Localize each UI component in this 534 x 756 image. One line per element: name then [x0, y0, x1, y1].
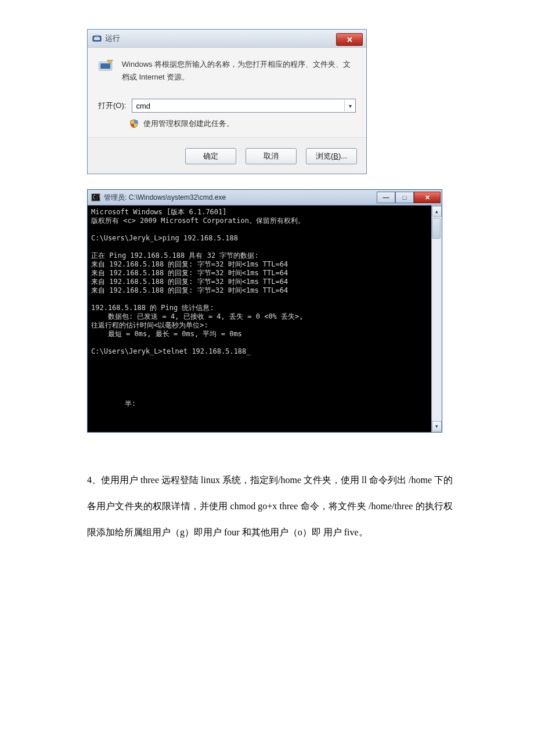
maximize-button[interactable]: □ — [395, 192, 414, 203]
svg-rect-4 — [100, 63, 110, 69]
chevron-down-icon: ▾ — [435, 423, 438, 429]
para-line-1: 4、使用用户 three 远程登陆 linux 系统，指定到/home 文件夹，… — [87, 475, 406, 485]
ok-button[interactable]: 确定 — [185, 148, 236, 164]
run-program-icon — [98, 59, 114, 75]
run-open-combobox[interactable]: ▾ — [132, 99, 356, 113]
scroll-thumb[interactable] — [432, 218, 441, 239]
run-close-button[interactable]: ✕ — [336, 33, 363, 46]
cancel-button-label: 取消 — [264, 151, 279, 161]
cmd-scrollbar[interactable]: ▴ ▾ — [431, 206, 442, 432]
maximize-icon: □ — [403, 194, 407, 201]
cancel-button[interactable]: 取消 — [246, 148, 297, 164]
shield-icon — [129, 119, 139, 128]
minimize-button[interactable]: — — [377, 192, 395, 203]
run-open-input[interactable] — [132, 100, 344, 111]
run-description: Windows 将根据您所输入的名称，为您打开相应的程序、文件夹、文档或 Int… — [122, 58, 356, 84]
dropdown-icon[interactable]: ▾ — [344, 100, 355, 111]
run-admin-note: 使用管理权限创建此任务。 — [143, 118, 234, 129]
run-app-icon — [92, 34, 102, 43]
cmd-close-button[interactable]: ✕ — [414, 192, 441, 203]
scroll-up-button[interactable]: ▴ — [432, 206, 442, 217]
close-icon: ✕ — [425, 194, 430, 201]
para-line-4: 用户 five。 — [323, 527, 368, 537]
scroll-down-button[interactable]: ▾ — [432, 421, 442, 431]
browse-button-label: 浏览(B)... — [316, 151, 347, 161]
run-button-row: 确定 取消 浏览(B)... — [88, 137, 366, 174]
ok-button-label: 确定 — [203, 151, 218, 161]
svg-rect-1 — [94, 37, 100, 40]
minimize-icon: — — [383, 194, 389, 201]
svg-text:C:\: C:\ — [93, 195, 100, 200]
run-open-label: 打开(O): — [98, 100, 126, 111]
chevron-up-icon: ▴ — [435, 208, 438, 214]
cmd-app-icon: C:\ — [91, 193, 100, 202]
run-titlebar: 运行 ✕ — [88, 30, 366, 48]
run-title: 运行 — [105, 33, 120, 44]
cmd-output[interactable]: Microsoft Windows [版本 6.1.7601] 版权所有 <c>… — [88, 206, 431, 432]
svg-rect-2 — [95, 35, 99, 37]
cmd-titlebar: C:\ 管理员: C:\Windows\system32\cmd.exe — □… — [88, 190, 442, 206]
cmd-title: 管理员: C:\Windows\system32\cmd.exe — [104, 193, 226, 203]
instruction-paragraph: 4、使用用户 three 远程登陆 linux 系统，指定到/home 文件夹，… — [87, 467, 453, 545]
close-icon: ✕ — [347, 35, 353, 44]
cmd-window: C:\ 管理员: C:\Windows\system32\cmd.exe — □… — [87, 189, 442, 433]
run-dialog: 运行 ✕ Windows 将根据您所输入的名称，为您打开相应的程序、文件夹、文档… — [87, 29, 367, 174]
browse-button[interactable]: 浏览(B)... — [306, 148, 357, 164]
